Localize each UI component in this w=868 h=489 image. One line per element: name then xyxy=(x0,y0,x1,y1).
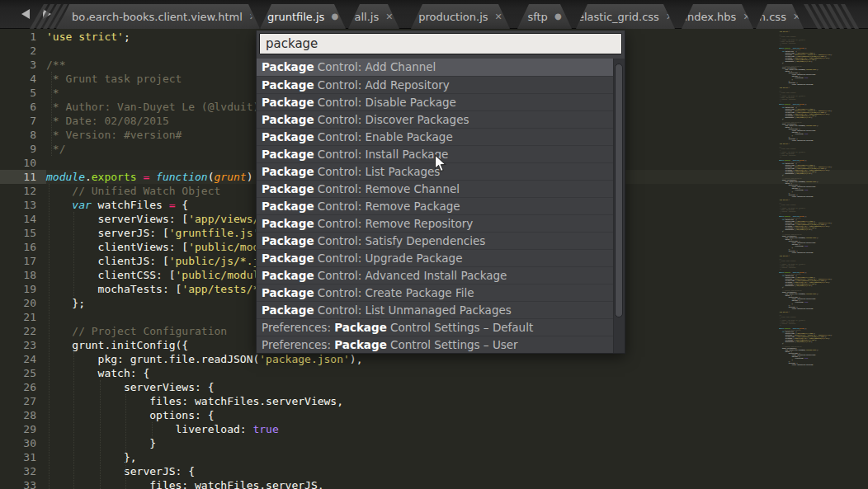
line-number[interactable]: 2 xyxy=(0,44,46,58)
palette-item[interactable]: Package Control: Upgrade Package xyxy=(257,249,625,266)
code-line[interactable]: 31 }, xyxy=(0,450,868,464)
close-icon[interactable]: ✕ xyxy=(793,12,800,21)
line-number[interactable]: 11 xyxy=(0,170,46,184)
tab-production.js[interactable]: production.js✕ xyxy=(411,4,510,29)
line-number[interactable]: 9 xyxy=(0,142,46,156)
line-number[interactable]: 32 xyxy=(0,464,46,478)
code-token: grunt.initConfig({ xyxy=(46,339,188,351)
line-number[interactable]: 8 xyxy=(0,128,46,142)
palette-item[interactable]: Package Control: Create Package File xyxy=(257,284,625,301)
code-line[interactable]: 25 watch: { xyxy=(0,366,868,380)
line-number[interactable]: 20 xyxy=(0,296,46,310)
palette-item[interactable]: Package Control: Remove Channel xyxy=(257,180,625,197)
palette-item[interactable]: Package Control: Remove Package xyxy=(257,197,625,214)
tab-index.hbs[interactable]: index.hbs✕ xyxy=(682,4,753,29)
palette-input[interactable] xyxy=(259,33,622,54)
tab-elastic_grid.css[interactable]: elastic_grid.css✕ xyxy=(576,4,675,29)
code-token: // Project Configuration xyxy=(72,325,227,337)
line-number[interactable]: 29 xyxy=(0,422,46,436)
line-number[interactable]: 21 xyxy=(0,310,46,324)
code-line[interactable]: 24 pkg: grunt.file.readJSON('package.jso… xyxy=(0,352,868,366)
palette-scrollbar[interactable] xyxy=(613,59,625,353)
line-number[interactable]: 23 xyxy=(0,338,46,352)
line-number[interactable]: 1 xyxy=(0,30,46,44)
tab-search-books.client.view.html[interactable]: search-books.client.view.html✕ xyxy=(83,4,257,29)
minimap-content: 'use strict'; /** * Grunt task project *… xyxy=(779,31,863,365)
palette-item-text: Control Settings – User xyxy=(387,338,518,351)
code-token: options: { xyxy=(46,409,215,421)
line-number[interactable]: 33 xyxy=(0,478,46,489)
palette-item[interactable]: Package Control: Disable Package xyxy=(257,93,625,110)
code-line[interactable]: 26 serverViews: { xyxy=(0,380,868,394)
line-number[interactable]: 6 xyxy=(0,100,46,114)
palette-item[interactable]: Package Control: Add Channel xyxy=(257,59,625,76)
palette-item[interactable]: Package Control: Advanced Install Packag… xyxy=(257,266,625,284)
code-token: // Unified Watch Object xyxy=(72,185,220,197)
indent-guide xyxy=(100,380,101,489)
line-number[interactable]: 16 xyxy=(0,240,46,254)
palette-item[interactable]: Package Control: Satisfy Dependencies xyxy=(257,232,625,249)
code-token: files: watchFiles.serverJS, xyxy=(46,479,324,489)
line-number[interactable]: 22 xyxy=(0,324,46,338)
palette-item-text: Control: Add Repository xyxy=(314,78,450,92)
line-number[interactable]: 5 xyxy=(0,86,46,100)
palette-scrollbar-thumb[interactable] xyxy=(615,63,623,317)
palette-item[interactable]: Package Control: Discover Packages xyxy=(257,110,625,128)
line-number[interactable]: 12 xyxy=(0,184,46,198)
code-text: watch: { xyxy=(46,366,149,380)
palette-item[interactable]: Preferences: Package Control Settings – … xyxy=(257,318,625,336)
palette-item-text: Package xyxy=(262,113,314,126)
line-number[interactable]: 30 xyxy=(0,436,46,450)
close-icon[interactable]: ✕ xyxy=(385,12,393,21)
palette-item[interactable]: Package Control: Add Repository xyxy=(257,76,625,93)
tab-gruntfile.js[interactable]: gruntfile.js● xyxy=(260,4,346,29)
close-icon[interactable]: ✕ xyxy=(743,12,750,21)
line-number[interactable]: 31 xyxy=(0,450,46,464)
line-number[interactable]: 14 xyxy=(0,212,46,226)
line-number[interactable]: 27 xyxy=(0,394,46,408)
code-token: exports xyxy=(92,171,137,183)
close-icon[interactable]: ✕ xyxy=(666,12,673,21)
minimap[interactable]: 'use strict'; /** * Grunt task project *… xyxy=(779,31,863,486)
tab-sftp[interactable]: sftp● xyxy=(517,4,572,29)
palette-item[interactable]: Preferences: Package Control Settings – … xyxy=(257,336,625,353)
line-number[interactable]: 25 xyxy=(0,366,46,380)
line-number[interactable]: 28 xyxy=(0,408,46,422)
code-text: // Project Configuration xyxy=(46,324,227,338)
code-token: */ xyxy=(46,143,65,155)
tab-label: search-books.client.view.html xyxy=(83,11,243,23)
line-number[interactable]: 4 xyxy=(0,72,46,86)
palette-item[interactable]: Package Control: List Packages xyxy=(257,162,625,180)
palette-item[interactable]: Package Control: Install Package xyxy=(257,145,625,162)
palette-item-text: Preferences: xyxy=(262,321,334,334)
code-token: watch: { xyxy=(46,367,149,379)
code-line[interactable]: 28 options: { xyxy=(0,408,868,422)
palette-item[interactable]: Package Control: Enable Package xyxy=(257,128,625,145)
tab-n.css[interactable]: n.css✕ xyxy=(756,4,804,29)
line-number[interactable]: 3 xyxy=(0,58,46,72)
line-number[interactable]: 15 xyxy=(0,226,46,240)
line-number[interactable]: 10 xyxy=(0,156,46,170)
palette-item-text: Package xyxy=(262,182,314,195)
close-icon[interactable]: ✕ xyxy=(495,12,502,21)
line-number[interactable]: 17 xyxy=(0,254,46,268)
palette-item[interactable]: Package Control: Remove Repository xyxy=(257,214,625,232)
palette-item[interactable]: Package Control: List Unmanaged Packages xyxy=(257,301,625,318)
line-number[interactable]: 26 xyxy=(0,380,46,394)
line-number[interactable]: 7 xyxy=(0,114,46,128)
palette-item-text: Package xyxy=(262,165,314,178)
tab-all.js[interactable]: all.js✕ xyxy=(348,4,399,29)
code-line[interactable]: 32 serverJS: { xyxy=(0,464,868,478)
code-line[interactable]: 27 files: watchFiles.serverViews, xyxy=(0,394,868,408)
line-number[interactable]: 19 xyxy=(0,282,46,296)
palette-item-text: Package xyxy=(262,78,314,92)
palette-item-text: Control: Disable Package xyxy=(314,96,456,109)
code-line[interactable]: 29 livereload: true xyxy=(0,422,868,436)
palette-item-text: Control: Upgrade Package xyxy=(314,252,463,265)
line-number[interactable]: 18 xyxy=(0,268,46,282)
line-number[interactable]: 24 xyxy=(0,352,46,366)
code-line[interactable]: 30 } xyxy=(0,436,868,450)
palette-item-text: Control: Remove Package xyxy=(314,200,460,213)
code-line[interactable]: 33 files: watchFiles.serverJS, xyxy=(0,478,868,489)
line-number[interactable]: 13 xyxy=(0,198,46,212)
